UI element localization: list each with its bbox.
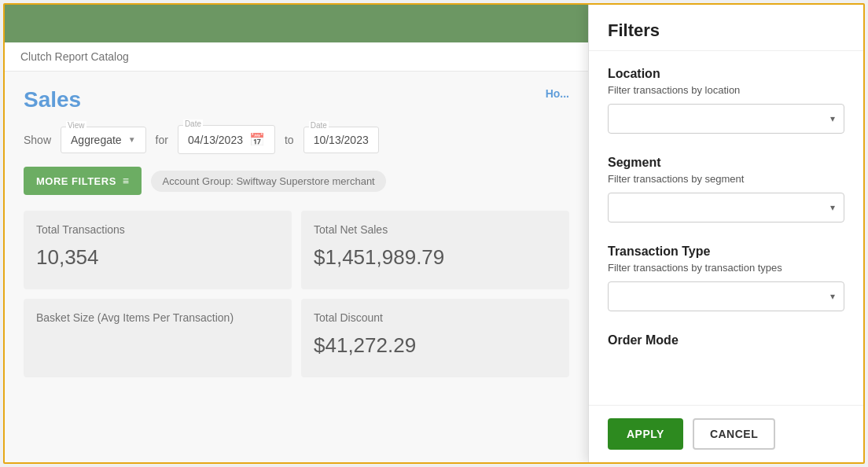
view-label: View bbox=[66, 121, 86, 130]
location-select[interactable] bbox=[608, 104, 844, 134]
apply-button[interactable]: APPLY bbox=[608, 418, 683, 450]
date-to-label: Date bbox=[309, 121, 329, 130]
transaction-type-select[interactable] bbox=[608, 281, 844, 311]
filter-panel-header: Filters bbox=[589, 5, 863, 51]
metric-card-3: Total Discount $41,272.29 bbox=[301, 299, 569, 377]
date-from-value: 04/13/2023 bbox=[188, 134, 243, 146]
filter-segment-title: Segment bbox=[608, 156, 844, 170]
show-label: Show bbox=[24, 134, 51, 146]
metric-title-3: Total Discount bbox=[314, 311, 557, 324]
filter-panel: Filters Location Filter transactions by … bbox=[588, 5, 863, 462]
date-from-wrapper[interactable]: Date 04/13/2023 📅 bbox=[178, 125, 275, 154]
breadcrumb: Clutch Report Catalog bbox=[5, 42, 588, 72]
metric-card-0: Total Transactions 10,354 bbox=[24, 211, 292, 289]
metric-card-2: Basket Size (Avg Items Per Transaction) bbox=[24, 299, 292, 377]
filter-section-transaction-type: Transaction Type Filter transactions by … bbox=[608, 245, 844, 311]
calendar-icon[interactable]: 📅 bbox=[249, 132, 265, 147]
filter-panel-footer: APPLY CANCEL bbox=[589, 405, 863, 462]
filter-section-segment: Segment Filter transactions by segment ▾ bbox=[608, 156, 844, 222]
more-filters-label: MORE FILTERS bbox=[36, 175, 116, 187]
filter-segment-desc: Filter transactions by segment bbox=[608, 173, 844, 185]
filter-location-title: Location bbox=[608, 67, 844, 81]
metric-title-1: Total Net Sales bbox=[314, 223, 557, 236]
filter-lines-icon: ≡ bbox=[123, 175, 130, 187]
view-value: Aggregate bbox=[71, 134, 122, 146]
page-title: Sales bbox=[24, 87, 81, 112]
metrics-grid: Total Transactions 10,354 Total Net Sale… bbox=[24, 211, 569, 377]
to-label: to bbox=[285, 134, 294, 146]
filter-location-desc: Filter transactions by location bbox=[608, 84, 844, 96]
date-from-label: Date bbox=[183, 120, 203, 128]
metric-value-0: 10,354 bbox=[36, 245, 279, 270]
for-label: for bbox=[156, 134, 168, 146]
filter-panel-title: Filters bbox=[608, 20, 844, 41]
metric-value-1: $1,451,989.79 bbox=[314, 245, 557, 270]
top-bar bbox=[5, 5, 588, 42]
filter-transaction-type-desc: Filter transactions by transaction types bbox=[608, 262, 844, 274]
filter-section-location: Location Filter transactions by location… bbox=[608, 67, 844, 134]
filter-section-order-mode: Order Mode bbox=[608, 333, 844, 347]
segment-select-wrapper[interactable]: ▾ bbox=[608, 193, 844, 222]
location-select-wrapper[interactable]: ▾ bbox=[608, 104, 844, 134]
metric-title-0: Total Transactions bbox=[36, 223, 279, 236]
transaction-type-select-wrapper[interactable]: ▾ bbox=[608, 281, 844, 311]
filter-order-mode-title: Order Mode bbox=[608, 333, 844, 347]
view-dropdown-arrow: ▼ bbox=[128, 135, 136, 144]
more-filters-button[interactable]: MORE FILTERS ≡ bbox=[24, 167, 142, 195]
date-to-wrapper[interactable]: Date 10/13/2023 bbox=[303, 127, 379, 153]
view-select-container[interactable]: View Aggregate ▼ bbox=[61, 127, 146, 153]
filter-transaction-type-title: Transaction Type bbox=[608, 245, 844, 259]
metric-value-3: $41,272.29 bbox=[314, 333, 557, 358]
metric-title-2: Basket Size (Avg Items Per Transaction) bbox=[36, 311, 279, 324]
filter-tag[interactable]: Account Group: Swiftway Superstore merch… bbox=[151, 171, 385, 192]
filter-panel-body: Location Filter transactions by location… bbox=[589, 51, 863, 405]
home-link[interactable]: Ho... bbox=[546, 87, 569, 100]
cancel-button[interactable]: CANCEL bbox=[693, 418, 775, 450]
date-to-value: 10/13/2023 bbox=[314, 134, 369, 146]
metric-card-1: Total Net Sales $1,451,989.79 bbox=[301, 211, 569, 289]
segment-select[interactable] bbox=[608, 193, 844, 222]
